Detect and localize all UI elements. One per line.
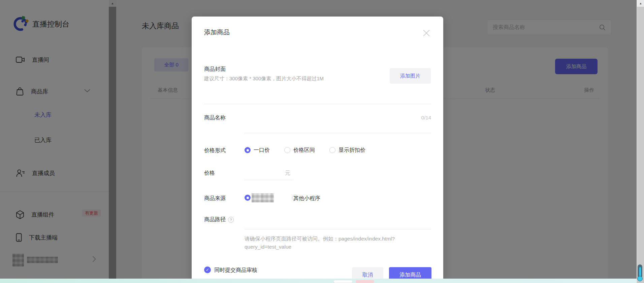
name-char-counter: 0/14 bbox=[421, 115, 431, 120]
browser-scrollbar[interactable]: ▲ bbox=[637, 0, 644, 283]
cursor-icon bbox=[637, 264, 643, 282]
path-input[interactable] bbox=[245, 218, 426, 228]
radio-icon[interactable] bbox=[284, 147, 290, 153]
radio-icon[interactable] bbox=[329, 147, 335, 153]
price-type-label: 价格形式 bbox=[204, 147, 226, 154]
price-unit: 元 bbox=[285, 170, 290, 177]
cover-label: 商品封面 bbox=[204, 66, 226, 73]
modal-title: 添加商品 bbox=[204, 28, 230, 37]
section-divider bbox=[204, 104, 431, 104]
price-underline bbox=[245, 180, 293, 180]
path-underline bbox=[245, 229, 431, 229]
strip-pink-box bbox=[356, 280, 374, 283]
price-type-option-fixed[interactable]: 一口价 bbox=[245, 147, 270, 154]
source-option-other-label[interactable]: 其他小程序 bbox=[293, 195, 320, 202]
path-label: 商品路径 bbox=[204, 216, 226, 223]
add-product-modal: 添加商品 商品封面 建议尺寸：300像素 * 300像素，图片大小不得超过1M … bbox=[192, 17, 443, 283]
source-option-blurred-label bbox=[252, 193, 274, 202]
path-helper-text: 请确保小程序页面路径可被访问。例如：pages/index/index.html… bbox=[245, 235, 433, 251]
close-icon[interactable] bbox=[422, 29, 431, 38]
price-input[interactable] bbox=[245, 167, 281, 177]
question-icon[interactable]: ? bbox=[228, 217, 234, 223]
strip-white-box bbox=[333, 280, 353, 283]
audit-checkbox[interactable]: ✓ bbox=[204, 266, 211, 273]
source-label: 商品来源 bbox=[204, 195, 226, 202]
radio-selected-icon[interactable] bbox=[245, 147, 251, 153]
price-type-options: 一口价 价格区间 显示折扣价 bbox=[245, 146, 380, 154]
bottom-window-edge bbox=[0, 279, 644, 283]
price-type-option-range[interactable]: 价格区间 bbox=[284, 147, 315, 154]
cover-hint: 建议尺寸：300像素 * 300像素，图片大小不得超过1M bbox=[204, 76, 324, 82]
audit-checkbox-label[interactable]: 同时提交商品审核 bbox=[214, 267, 257, 274]
name-underline bbox=[245, 133, 431, 133]
name-label: 商品名称 bbox=[204, 114, 226, 121]
price-label: 价格 bbox=[204, 170, 215, 177]
product-name-input[interactable] bbox=[245, 111, 406, 123]
browser-scrollbar-up-arrow[interactable]: ▲ bbox=[637, 0, 644, 7]
price-type-option-discount[interactable]: 显示折扣价 bbox=[329, 147, 365, 154]
source-option-selected-radio[interactable] bbox=[245, 195, 251, 201]
add-image-button[interactable]: 添加图片 bbox=[390, 68, 431, 84]
path-label-row: 商品路径 ? bbox=[204, 216, 234, 223]
app-root: 直播控制台 直播间 商品库 未入库 bbox=[0, 0, 644, 283]
